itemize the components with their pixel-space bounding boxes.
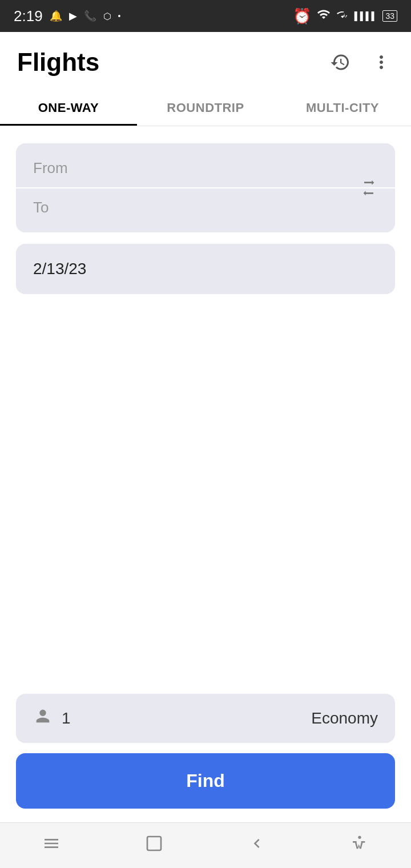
svg-rect-0: [147, 837, 161, 850]
cabin-class: Economy: [311, 709, 378, 728]
tab-roundtrip[interactable]: ROUNDTRIP: [137, 88, 274, 126]
from-label: From: [33, 159, 68, 176]
find-button[interactable]: Find: [16, 753, 395, 809]
more-options-button[interactable]: [369, 50, 394, 75]
cast-icon: ⬡: [103, 11, 111, 22]
from-field[interactable]: From: [16, 143, 395, 188]
status-bar-left: 2:19 🔔 ▶ 📞 ⬡ •: [14, 7, 121, 25]
svg-point-1: [358, 835, 361, 838]
passenger-count: 1: [62, 709, 71, 728]
tab-one-way[interactable]: ONE-WAY: [0, 88, 137, 126]
bottom-nav: [0, 822, 411, 868]
main-content: From To 2/13/23: [0, 126, 411, 694]
history-button[interactable]: [328, 50, 353, 75]
status-bar: 2:19 🔔 ▶ 📞 ⬡ • ⏰ ▌▌▌▌ 33: [0, 0, 411, 32]
date-card[interactable]: 2/13/23: [16, 244, 395, 294]
page-title: Flights: [17, 48, 99, 77]
phone-icon: 📞: [84, 10, 96, 22]
swap-button[interactable]: [356, 175, 381, 200]
nav-home-button[interactable]: [137, 826, 171, 861]
youtube-icon: ▶: [69, 10, 77, 22]
signal-icon: [336, 7, 349, 25]
signal2-icon: ▌▌▌▌: [354, 11, 377, 21]
wifi-icon: [317, 7, 331, 25]
nav-back-button[interactable]: [240, 826, 274, 861]
header-icons: [328, 50, 394, 75]
app-header: Flights: [0, 32, 411, 88]
status-time: 2:19: [14, 7, 43, 25]
from-to-card: From To: [16, 143, 395, 232]
tabs-container: ONE-WAY ROUNDTRIP MULTI-CITY: [0, 88, 411, 126]
to-field[interactable]: To: [16, 188, 395, 232]
content-spacer: [16, 306, 395, 682]
date-value: 2/13/23: [33, 260, 86, 278]
tab-multi-city[interactable]: MULTI-CITY: [274, 88, 411, 126]
to-label: To: [33, 199, 49, 216]
passengers-card[interactable]: 1 Economy: [16, 694, 395, 743]
battery-icon: 33: [382, 10, 397, 22]
status-bar-right: ⏰ ▌▌▌▌ 33: [293, 7, 397, 25]
alarm-icon: ⏰: [293, 7, 311, 25]
dot-icon: •: [118, 11, 121, 21]
nav-accessibility-button[interactable]: [342, 826, 377, 861]
notification-icon: 🔔: [50, 10, 62, 22]
passenger-icon: [33, 706, 53, 730]
nav-menu-button[interactable]: [34, 826, 68, 861]
passengers-left: 1: [33, 706, 71, 730]
